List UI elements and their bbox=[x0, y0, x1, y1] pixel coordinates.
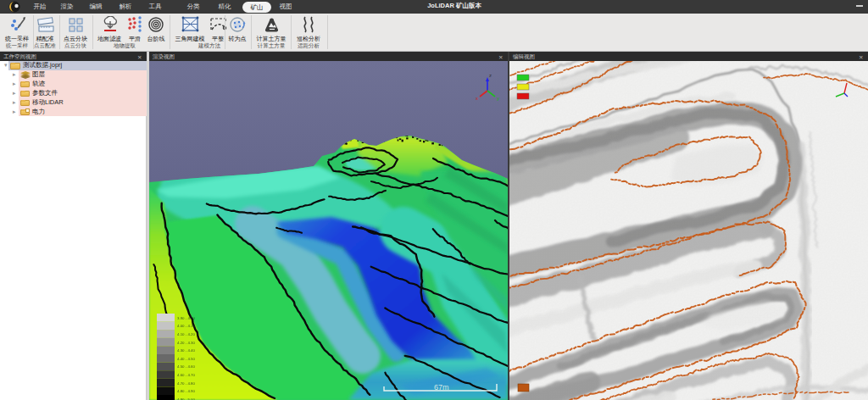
svg-text:4.30 - 4.40: 4.30 - 4.40 bbox=[177, 348, 196, 353]
svg-text:4.00 - 4.10: 4.00 - 4.10 bbox=[177, 324, 196, 328]
svg-text:4.40 - 4.50: 4.40 - 4.50 bbox=[177, 357, 196, 361]
svg-text:x: x bbox=[476, 96, 478, 101]
svg-text:67m: 67m bbox=[434, 383, 449, 392]
svg-text:4.80 - 4.90: 4.80 - 4.90 bbox=[177, 389, 196, 393]
svg-text:4.70 - 4.80: 4.70 - 4.80 bbox=[177, 381, 196, 386]
svg-text:4.20 - 4.30: 4.20 - 4.30 bbox=[177, 341, 196, 345]
svg-text:4.60 - 4.70: 4.60 - 4.70 bbox=[177, 373, 196, 377]
svg-text:3.90 - 4.00: 3.90 - 4.00 bbox=[177, 316, 196, 320]
svg-text:4.50 - 4.60: 4.50 - 4.60 bbox=[177, 364, 196, 369]
svg-text:z: z bbox=[489, 73, 492, 78]
svg-text:4.10 - 4.20: 4.10 - 4.20 bbox=[177, 332, 196, 336]
svg-text:y: y bbox=[497, 96, 499, 101]
